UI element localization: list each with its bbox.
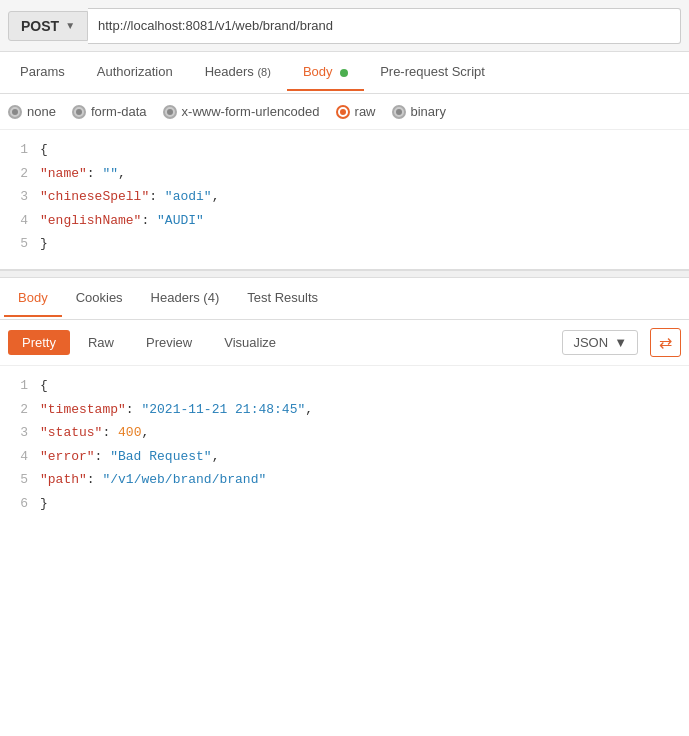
- resp-tab-test-results[interactable]: Test Results: [233, 280, 332, 317]
- resp-line-5: 5 "path": "/v1/web/brand/brand": [0, 468, 689, 492]
- radio-form-data[interactable]: form-data: [72, 104, 147, 119]
- req-line-1: 1 {: [0, 138, 689, 162]
- radio-circle-urlencoded: [163, 105, 177, 119]
- view-visualize-button[interactable]: Visualize: [210, 330, 290, 355]
- radio-urlencoded[interactable]: x-www-form-urlencoded: [163, 104, 320, 119]
- body-type-selectors: none form-data x-www-form-urlencoded raw…: [0, 94, 689, 130]
- section-divider: [0, 270, 689, 278]
- chevron-down-icon: ▼: [65, 20, 75, 31]
- resp-line-3: 3 "status": 400,: [0, 421, 689, 445]
- req-line-3: 3 "chineseSpell": "aodi",: [0, 185, 689, 209]
- radio-binary[interactable]: binary: [392, 104, 446, 119]
- tab-body[interactable]: Body: [287, 54, 364, 91]
- radio-circle-form-data: [72, 105, 86, 119]
- radio-circle-binary: [392, 105, 406, 119]
- radio-circle-none: [8, 105, 22, 119]
- view-preview-button[interactable]: Preview: [132, 330, 206, 355]
- tab-pre-request[interactable]: Pre-request Script: [364, 54, 501, 91]
- req-line-2: 2 "name": "",: [0, 162, 689, 186]
- request-tabs: Params Authorization Headers (8) Body Pr…: [0, 52, 689, 94]
- resp-tab-body[interactable]: Body: [4, 280, 62, 317]
- resp-line-2: 2 "timestamp": "2021-11-21 21:48:45",: [0, 398, 689, 422]
- method-selector[interactable]: POST ▼: [8, 11, 88, 41]
- view-raw-button[interactable]: Raw: [74, 330, 128, 355]
- url-input[interactable]: [88, 8, 681, 44]
- resp-line-4: 4 "error": "Bad Request",: [0, 445, 689, 469]
- radio-raw[interactable]: raw: [336, 104, 376, 119]
- top-bar: POST ▼: [0, 0, 689, 52]
- resp-tab-headers[interactable]: Headers (4): [137, 280, 234, 317]
- wrap-icon: ⇄: [659, 333, 672, 352]
- req-line-5: 5 }: [0, 232, 689, 256]
- resp-tab-cookies[interactable]: Cookies: [62, 280, 137, 317]
- radio-circle-raw: [336, 105, 350, 119]
- tab-params[interactable]: Params: [4, 54, 81, 91]
- resp-line-1: 1 {: [0, 374, 689, 398]
- resp-line-6: 6 }: [0, 492, 689, 516]
- response-controls: Pretty Raw Preview Visualize JSON ▼ ⇄: [0, 320, 689, 366]
- json-format-dropdown[interactable]: JSON ▼: [562, 330, 638, 355]
- wrap-button[interactable]: ⇄: [650, 328, 681, 357]
- tab-authorization[interactable]: Authorization: [81, 54, 189, 91]
- chevron-down-icon: ▼: [614, 335, 627, 350]
- view-pretty-button[interactable]: Pretty: [8, 330, 70, 355]
- request-body-editor[interactable]: 1 { 2 "name": "", 3 "chineseSpell": "aod…: [0, 130, 689, 270]
- method-label: POST: [21, 18, 59, 34]
- response-body-viewer: 1 { 2 "timestamp": "2021-11-21 21:48:45"…: [0, 366, 689, 526]
- response-tabs: Body Cookies Headers (4) Test Results: [0, 278, 689, 320]
- radio-none[interactable]: none: [8, 104, 56, 119]
- req-line-4: 4 "englishName": "AUDI": [0, 209, 689, 233]
- tab-headers[interactable]: Headers (8): [189, 54, 287, 91]
